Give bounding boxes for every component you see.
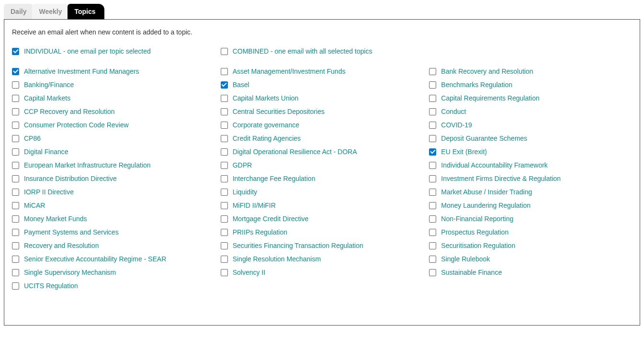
- topic-label[interactable]: Payment Systems and Services: [24, 228, 119, 236]
- topic-label[interactable]: Central Securities Depositories: [233, 108, 325, 115]
- topic-item[interactable]: Securities Financing Transaction Regulat…: [221, 239, 424, 252]
- checkbox[interactable]: [429, 81, 436, 89]
- topic-label[interactable]: CCP Recovery and Resolution: [24, 108, 115, 115]
- topic-item[interactable]: Benchmarks Regulation: [429, 78, 632, 91]
- topic-label[interactable]: CP86: [24, 135, 41, 142]
- tab-topics[interactable]: Topics: [68, 4, 104, 19]
- checkbox[interactable]: [12, 81, 19, 89]
- topic-label[interactable]: Credit Rating Agencies: [233, 135, 301, 142]
- topic-item[interactable]: MiCAR: [12, 199, 215, 212]
- topic-label[interactable]: Capital Markets Union: [233, 94, 299, 102]
- checkbox[interactable]: [429, 135, 436, 142]
- topic-item[interactable]: Market Abuse / Insider Trading: [429, 185, 632, 199]
- topic-label[interactable]: Solvency II: [233, 269, 265, 276]
- topic-label[interactable]: Market Abuse / Insider Trading: [441, 188, 532, 196]
- checkbox[interactable]: [429, 122, 436, 129]
- topic-item[interactable]: Sustainable Finance: [429, 266, 632, 279]
- topic-item[interactable]: Single Supervisory Mechanism: [12, 266, 215, 279]
- checkbox[interactable]: [221, 122, 228, 129]
- topic-item[interactable]: Capital Markets Union: [221, 91, 424, 105]
- topic-item[interactable]: Conduct: [429, 105, 632, 118]
- checkbox[interactable]: [429, 202, 436, 209]
- checkbox[interactable]: [12, 202, 19, 209]
- topic-label[interactable]: UCITS Regulation: [24, 282, 78, 290]
- topic-label[interactable]: Individual Accountability Framework: [441, 161, 548, 169]
- topic-label[interactable]: Consumer Protection Code Review: [24, 121, 129, 129]
- checkbox[interactable]: [221, 175, 228, 182]
- topic-item[interactable]: Mortgage Credit Directive: [221, 212, 424, 225]
- tab-daily[interactable]: Daily: [4, 4, 35, 19]
- topic-item[interactable]: Capital Requirements Regulation: [429, 91, 632, 105]
- checkbox[interactable]: [12, 242, 19, 249]
- checkbox[interactable]: [221, 256, 228, 263]
- tab-weekly[interactable]: Weekly: [32, 4, 70, 19]
- topic-item[interactable]: Liquidity: [221, 185, 424, 199]
- checkbox[interactable]: [221, 148, 228, 156]
- mode-combined[interactable]: COMBINED - one email with all selected t…: [221, 45, 424, 58]
- topic-label[interactable]: Capital Markets: [24, 94, 70, 102]
- checkbox[interactable]: [12, 175, 19, 182]
- topic-item[interactable]: Investment Firms Directive & Regulation: [429, 172, 632, 185]
- checkbox[interactable]: [429, 215, 436, 223]
- checkbox[interactable]: [221, 242, 228, 249]
- topic-item[interactable]: Digital Operational Resilience Act - DOR…: [221, 145, 424, 158]
- checkbox[interactable]: [221, 81, 228, 89]
- topic-label[interactable]: IORP II Directive: [24, 188, 74, 196]
- topic-item[interactable]: Securitisation Regulation: [429, 239, 632, 252]
- topic-label[interactable]: Digital Finance: [24, 148, 68, 156]
- topic-item[interactable]: Digital Finance: [12, 145, 215, 158]
- topic-item[interactable]: Basel: [221, 78, 424, 91]
- topic-item[interactable]: CP86: [12, 132, 215, 145]
- topic-item[interactable]: Individual Accountability Framework: [429, 158, 632, 172]
- topic-label[interactable]: MiFID II/MiFIR: [233, 202, 276, 209]
- topic-label[interactable]: Corporate governance: [233, 121, 299, 129]
- checkbox[interactable]: [12, 162, 19, 169]
- topic-item[interactable]: Bank Recovery and Resolution: [429, 65, 632, 78]
- topic-label[interactable]: Benchmarks Regulation: [441, 81, 512, 89]
- topic-label[interactable]: Basel: [233, 81, 249, 89]
- topic-item[interactable]: Recovery and Resolution: [12, 239, 215, 252]
- topic-label[interactable]: Sustainable Finance: [441, 269, 502, 276]
- topic-item[interactable]: EU Exit (Brexit): [429, 145, 632, 158]
- topic-item[interactable]: Money Laundering Regulation: [429, 199, 632, 212]
- topic-item[interactable]: CCP Recovery and Resolution: [12, 105, 215, 118]
- checkbox[interactable]: [221, 68, 228, 75]
- topic-label[interactable]: Conduct: [441, 108, 466, 115]
- checkbox[interactable]: [429, 68, 436, 75]
- topic-label[interactable]: Prospectus Regulation: [441, 228, 508, 236]
- topic-label[interactable]: EU Exit (Brexit): [441, 148, 487, 156]
- topic-label[interactable]: Investment Firms Directive & Regulation: [441, 175, 561, 182]
- checkbox[interactable]: [12, 256, 19, 263]
- topic-item[interactable]: Asset Management/Investment Funds: [221, 65, 424, 78]
- checkbox[interactable]: [12, 68, 19, 75]
- checkbox[interactable]: [429, 189, 436, 196]
- checkbox[interactable]: [429, 108, 436, 115]
- topic-item[interactable]: Senior Executive Accountability Regime -…: [12, 252, 215, 266]
- topic-item[interactable]: European Market Infrastructure Regulatio…: [12, 158, 215, 172]
- topic-label[interactable]: MiCAR: [24, 202, 45, 209]
- topic-item[interactable]: Non-Financial Reporting: [429, 212, 632, 225]
- topic-item[interactable]: Interchange Fee Regulation: [221, 172, 424, 185]
- mode-combined-label[interactable]: COMBINED - one email with all selected t…: [233, 47, 373, 55]
- topic-label[interactable]: Mortgage Credit Directive: [233, 215, 309, 223]
- topic-item[interactable]: Payment Systems and Services: [12, 225, 215, 239]
- checkbox[interactable]: [429, 242, 436, 249]
- topic-label[interactable]: Insurance Distribution Directive: [24, 175, 117, 182]
- checkbox[interactable]: [221, 189, 228, 196]
- checkbox[interactable]: [221, 95, 228, 102]
- checkbox[interactable]: [429, 229, 436, 236]
- checkbox[interactable]: [429, 256, 436, 263]
- topic-label[interactable]: Single Rulebook: [441, 255, 490, 263]
- checkbox-individual[interactable]: [12, 48, 19, 55]
- topic-label[interactable]: Money Market Funds: [24, 215, 87, 223]
- topic-item[interactable]: Deposit Guarantee Schemes: [429, 132, 632, 145]
- checkbox[interactable]: [12, 148, 19, 156]
- checkbox[interactable]: [221, 108, 228, 115]
- topic-label[interactable]: GDPR: [233, 161, 252, 169]
- checkbox[interactable]: [12, 108, 19, 115]
- checkbox[interactable]: [221, 269, 228, 276]
- topic-label[interactable]: Single Supervisory Mechanism: [24, 269, 116, 276]
- checkbox[interactable]: [12, 122, 19, 129]
- checkbox-combined[interactable]: [221, 48, 228, 55]
- checkbox[interactable]: [429, 269, 436, 276]
